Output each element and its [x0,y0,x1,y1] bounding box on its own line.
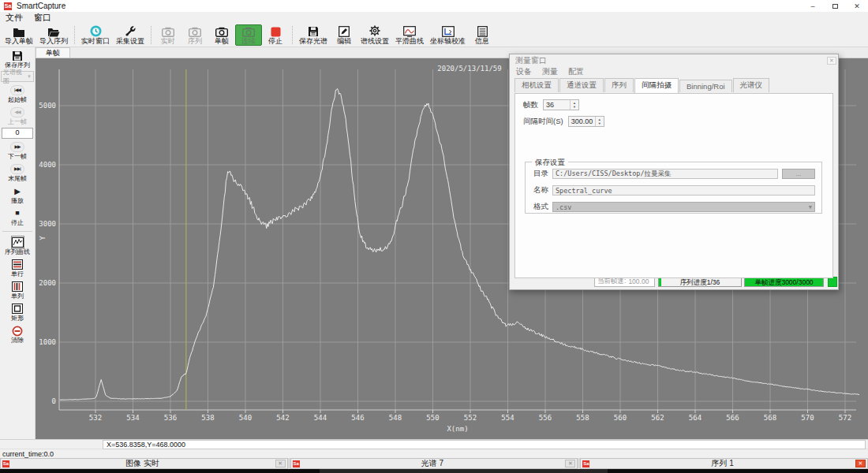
folder-open-icon [47,25,60,37]
browse-button[interactable]: ... [782,169,815,179]
interval-spinner[interactable]: 300.00 ▲▼ [568,116,604,127]
current-time-row: current_time:0.0 [0,449,868,458]
interval-label: 间隔时间(S) [523,117,563,127]
save-spectrum-button[interactable]: 保存光谱 [296,24,331,46]
frame-index-input[interactable]: 0 [2,128,33,139]
x-axis-label: X(nm) [447,425,468,433]
frames-spinner[interactable]: 36 ▲▼ [543,99,579,110]
name-label: 名称 [533,185,548,196]
axis-icon [442,25,455,37]
spinner-arrows-icon[interactable]: ▲▼ [595,117,604,126]
play-button[interactable]: ▶播放 [2,184,34,205]
sidebar-button-label: 单列 [11,292,24,300]
measurement-window-dialog: 测量窗口 ✕ 设备测量配置 相机设置通道设置序列间隔拍摄Binning/Roi光… [509,54,839,290]
close-icon[interactable]: ✕ [565,460,575,467]
line-settings-button[interactable]: 谱线设置 [357,24,392,46]
frame-progress-label: 单帧进度3000/3000 [745,278,823,287]
info-button[interactable]: 信息 [469,24,496,46]
interval-capture-panel: 帧数 36 ▲▼ 间隔时间(S) 300.00 ▲▼ 保存设置 目录 C:/Us… [514,93,833,278]
save-settings-legend: 保存设置 [532,158,568,168]
sidebar-button-label: 下一帧 [8,153,27,160]
minimize-button[interactable]: – [802,0,824,12]
single-frame-button[interactable]: 单帧 [208,24,235,46]
stop-capture-button[interactable]: 停止 [262,24,289,46]
axis-calibration-button[interactable]: 坐标轴校准 [427,24,469,46]
dialog-tab-[interactable]: 间隔拍摄 [634,78,679,93]
toolbar-button-label: 实时窗口 [81,37,110,45]
cols-icon [12,281,23,292]
y-tick-label: 4000 [39,161,56,169]
dialog-tab-[interactable]: 序列 [604,78,634,92]
camera-icon [162,25,174,37]
sidebar-button-label: 序列曲线 [5,248,30,255]
play-icon: ▶ [14,185,21,197]
save-settings-group: 保存设置 目录 C:/Users/CISS/Desktop/拉曼采集 ... 名… [525,162,822,214]
frames-label: 帧数 [523,100,538,110]
next-frame-button[interactable]: ▶▶下一帧 [2,140,34,161]
dialog-menu-item-1[interactable]: 测量 [542,66,558,77]
x-tick-label: 536 [164,414,177,422]
continuous-button[interactable]: 连续 [235,24,262,46]
dialog-tab-[interactable]: 相机设置 [514,78,559,92]
capture-settings-button[interactable]: 采集设置 [113,24,148,46]
dialog-tab-binningroi[interactable]: Binning/Roi [679,80,732,92]
x-tick-label: 544 [314,414,327,422]
menu-item-1[interactable]: 窗口 [34,12,51,24]
dialog-menu-item-2[interactable]: 配置 [568,66,584,77]
save-sequence-button[interactable]: 保存序列 [2,49,34,69]
menubar: 文件窗口 [0,12,868,24]
single-row-button[interactable]: 单行 [2,258,34,278]
close-icon[interactable]: ✕ [275,460,286,467]
next-icon: ▶▶ [10,141,24,153]
sidebar-button-label: 清除 [11,337,24,344]
last-frame-button[interactable]: ▶▶|末尾帧 [2,162,34,183]
tab-single-frame[interactable]: 单帧 [36,47,70,58]
format-value: .csv [556,203,571,211]
edit-button[interactable]: 编辑 [331,24,357,46]
x-tick-label: 538 [201,414,214,422]
close-button[interactable]: ✕ [846,0,868,12]
menu-item-0[interactable]: 文件 [6,12,23,24]
window-sequence-1[interactable]: Sa 序列 1 ✕ [580,458,868,469]
x-tick-label: 560 [614,414,627,422]
bottom-taskbar: Sa 图像 实时 ✕Sa 光谱 7 ✕Sa 序列 1 ✕ [0,458,868,469]
taskbar-window-label: 图像 实时 [12,458,273,469]
window-image-live[interactable]: Sa 图像 实时 ✕ [0,458,288,469]
import-frame-button[interactable]: 导入单帧 [2,24,36,46]
toolbar-button-label: 导入序列 [39,37,68,45]
skip-end-icon: ▶▶| [10,163,24,175]
x-tick-label: 540 [239,414,252,422]
dialog-tab-[interactable]: 光谱仪 [733,78,770,92]
directory-input[interactable]: C:/Users/CISS/Desktop/拉曼采集 [552,169,778,179]
sequence-button: 序列 [181,24,208,46]
rect-select-button[interactable]: 矩形 [2,302,34,322]
directory-label: 目录 [533,169,548,179]
single-col-button[interactable]: 单列 [2,280,34,300]
dialog-tab-[interactable]: 通道设置 [559,78,604,92]
first-frame-button[interactable]: |◀◀起始帧 [2,84,34,104]
x-tick-label: 570 [801,414,814,422]
stop-playback-button[interactable]: ■停止 [2,207,34,227]
dialog-close-icon[interactable]: ✕ [827,57,836,65]
toolbar-button-label: 采集设置 [116,37,144,45]
app-logo-icon: Sa [582,460,589,467]
x-tick-label: 566 [726,414,739,422]
dialog-menu-item-0[interactable]: 设备 [516,66,532,77]
name-input[interactable]: Spectral_curve [552,185,815,196]
series-curve-button[interactable]: 序列曲线 [2,236,34,256]
folder-icon [13,25,25,37]
import-sequence-button[interactable]: 导入序列 [36,24,71,46]
dialog-titlebar[interactable]: 测量窗口 ✕ [510,54,838,65]
maximize-button[interactable] [824,0,846,12]
clear-button[interactable]: 清除 [2,324,34,345]
realtime-window-button[interactable]: 实时窗口 [78,24,113,46]
format-select[interactable]: .csv ▼ [552,202,815,212]
y-axis-label: Y [39,236,47,240]
x-tick-label: 542 [276,414,289,422]
window-controls: – ✕ [802,0,868,12]
smooth-curve-button[interactable]: 平滑曲线 [392,24,427,46]
spinner-arrows-icon[interactable]: ▲▼ [570,100,578,110]
window-spectrum-7[interactable]: Sa 光谱 7 ✕ [290,458,578,469]
sidebar-button-label: 末尾帧 [8,175,27,182]
close-icon[interactable]: ✕ [855,460,866,467]
